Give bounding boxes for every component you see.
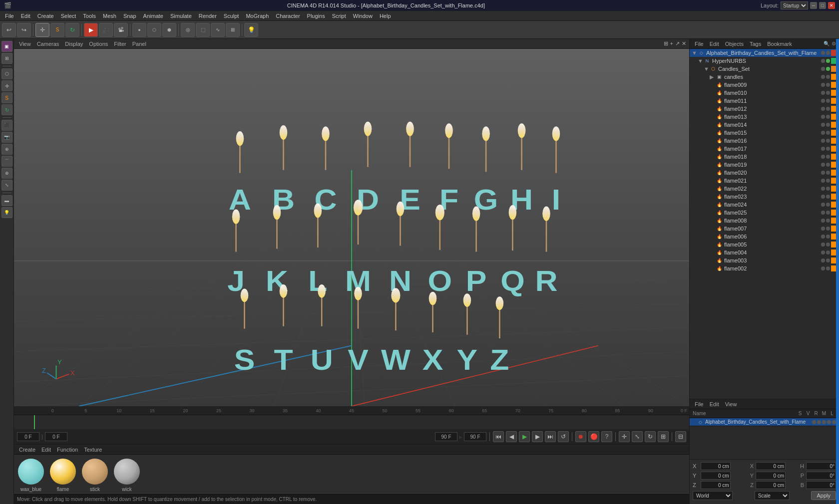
apply-button[interactable]: Apply bbox=[811, 491, 836, 500]
z2-field[interactable] bbox=[756, 481, 786, 489]
mat-menu-create[interactable]: Create bbox=[17, 447, 37, 453]
auto-key-btn[interactable]: 🔴 bbox=[588, 431, 599, 442]
obj-row-flame004[interactable]: 🔥 flame004 bbox=[690, 249, 839, 256]
menu-edit[interactable]: Edit bbox=[18, 12, 33, 20]
menu-window[interactable]: Window bbox=[350, 12, 376, 20]
rotate-btn[interactable]: ↻ bbox=[1, 104, 12, 115]
x-field[interactable] bbox=[701, 462, 731, 470]
end-frame-field[interactable] bbox=[464, 432, 486, 441]
scale-dropdown[interactable]: Scale bbox=[755, 491, 790, 500]
viewport-close-btn[interactable]: ✕ bbox=[682, 40, 686, 47]
om-gear-icon[interactable]: ⚙ bbox=[832, 41, 836, 46]
play-btn[interactable]: ▶ bbox=[519, 431, 530, 442]
null-btn[interactable]: ⊕ bbox=[1, 144, 12, 155]
obj-row-candles[interactable]: ▶ ▣ candles bbox=[690, 73, 839, 81]
render-button[interactable]: 📽 bbox=[114, 23, 128, 37]
viewport-nav-display[interactable]: Display bbox=[63, 41, 85, 47]
material-wax-blue[interactable]: wax_blue bbox=[18, 459, 44, 492]
y2-field[interactable] bbox=[756, 472, 786, 480]
expand-icon-candles-set[interactable]: ▼ bbox=[704, 66, 710, 72]
go-end-btn[interactable]: ⏭ bbox=[545, 431, 556, 442]
world-dropdown[interactable]: World Object Local bbox=[693, 491, 733, 500]
obj-row-flame024[interactable]: 🔥 flame024 bbox=[690, 201, 839, 209]
cam-btn[interactable]: 📷 bbox=[1, 132, 12, 143]
scale-tool-button[interactable]: S bbox=[50, 23, 64, 37]
x2-field[interactable] bbox=[756, 462, 786, 470]
z-field[interactable] bbox=[701, 481, 731, 489]
key-help-btn[interactable]: ? bbox=[601, 431, 612, 442]
menu-mesh[interactable]: Mesh bbox=[100, 12, 119, 20]
viewport-expand-btn[interactable]: + bbox=[670, 40, 673, 47]
expand-icon-candles[interactable]: ▶ bbox=[710, 74, 716, 80]
obj-row-flame016[interactable]: 🔥 flame016 bbox=[690, 137, 839, 145]
menu-file[interactable]: File bbox=[2, 12, 17, 20]
frame-field-2[interactable] bbox=[45, 432, 67, 441]
timeline-layout-btn[interactable]: ⊟ bbox=[675, 431, 686, 442]
menu-animate[interactable]: Animate bbox=[140, 12, 166, 20]
obj-row-root[interactable]: ▼ ◇ Alphabet_Birthday_Candles_Set_with_F… bbox=[690, 49, 839, 57]
spline-btn[interactable]: ⌒ bbox=[1, 156, 12, 167]
menu-plugins[interactable]: Plugins bbox=[304, 12, 328, 20]
om-menu-edit[interactable]: Edit bbox=[708, 41, 721, 47]
mat-menu-function[interactable]: Function bbox=[55, 447, 80, 453]
loop-btn[interactable]: ↺ bbox=[558, 431, 569, 442]
material-flame[interactable]: flame bbox=[50, 459, 76, 492]
obj-row-flame020[interactable]: 🔥 flame020 bbox=[690, 169, 839, 177]
menu-character[interactable]: Character bbox=[273, 12, 303, 20]
obj-row-flame014[interactable]: 🔥 flame014 bbox=[690, 121, 839, 129]
obj-row-flame002[interactable]: 🔥 flame002 bbox=[690, 264, 839, 272]
tex-mode-btn[interactable]: ⊞ bbox=[1, 53, 12, 64]
light-button[interactable]: 💡 bbox=[244, 23, 258, 37]
menu-create[interactable]: Create bbox=[34, 12, 57, 20]
obj-row-flame009[interactable]: 🔥 flame009 bbox=[690, 81, 839, 89]
obj-row-hypernurbs[interactable]: ▼ N HyperNURBS bbox=[690, 57, 839, 65]
current-frame-field[interactable] bbox=[17, 432, 39, 441]
obj-row-flame007[interactable]: 🔥 flame007 bbox=[690, 225, 839, 233]
om-menu-objects[interactable]: Objects bbox=[723, 41, 746, 47]
start-frame-field[interactable] bbox=[435, 432, 457, 441]
maximize-button[interactable]: □ bbox=[819, 2, 826, 9]
obj-row-flame017[interactable]: 🔥 flame017 bbox=[690, 145, 839, 153]
am-menu-file[interactable]: File bbox=[693, 401, 706, 407]
h-field[interactable] bbox=[806, 462, 836, 470]
menu-snap[interactable]: Snap bbox=[120, 12, 139, 20]
scale-tc-btn[interactable]: ⤡ bbox=[632, 431, 643, 442]
points-mode[interactable]: ● bbox=[132, 23, 146, 37]
record-btn[interactable]: ⏺ bbox=[575, 431, 586, 442]
om-menu-tags[interactable]: Tags bbox=[748, 41, 763, 47]
obj-row-flame005[interactable]: 🔥 flame005 bbox=[690, 241, 839, 249]
material-stick[interactable]: stick bbox=[82, 459, 108, 492]
viewport-maximize-btn[interactable]: ⊞ bbox=[664, 40, 668, 47]
obj-row-flame010[interactable]: 🔥 flame010 bbox=[690, 89, 839, 97]
obj-row-candles-set[interactable]: ▼ ⬡ Candles_Set bbox=[690, 65, 839, 73]
mat-menu-edit[interactable]: Edit bbox=[39, 447, 53, 453]
move-tc-btn[interactable]: ✛ bbox=[619, 431, 630, 442]
gen-btn[interactable]: ⊗ bbox=[1, 168, 12, 179]
viewport-nav-cameras[interactable]: Cameras bbox=[35, 41, 61, 47]
menu-tools[interactable]: Tools bbox=[80, 12, 99, 20]
y-field[interactable] bbox=[701, 472, 731, 480]
move-btn[interactable]: ✛ bbox=[1, 80, 12, 91]
rect-sel-button[interactable]: ⬚ bbox=[196, 23, 210, 37]
obj-row-flame012[interactable]: 🔥 flame012 bbox=[690, 105, 839, 113]
obj-row-flame015[interactable]: 🔥 flame015 bbox=[690, 129, 839, 137]
expand-icon-nurbs[interactable]: ▼ bbox=[698, 58, 704, 64]
obj-row-flame003[interactable]: 🔥 flame003 bbox=[690, 256, 839, 264]
go-start-btn[interactable]: ⏮ bbox=[493, 431, 504, 442]
move-tool-button[interactable]: ✛ bbox=[35, 23, 49, 37]
all-tc-btn[interactable]: ⊞ bbox=[658, 431, 669, 442]
menu-mograph[interactable]: MoGraph bbox=[243, 12, 272, 20]
close-button[interactable]: ✕ bbox=[828, 2, 835, 9]
obj-row-flame023[interactable]: 🔥 flame023 bbox=[690, 193, 839, 201]
deform-btn[interactable]: ⤡ bbox=[1, 180, 12, 191]
am-menu-view[interactable]: View bbox=[723, 401, 739, 407]
rot-tc-btn[interactable]: ↻ bbox=[645, 431, 656, 442]
obj-row-flame013[interactable]: 🔥 flame013 bbox=[690, 113, 839, 121]
floor-btn[interactable]: ▬ bbox=[1, 195, 12, 206]
viewport-canvas[interactable]: Perspective bbox=[14, 49, 689, 406]
viewport-nav-panel[interactable]: Panel bbox=[130, 41, 148, 47]
obj-row-flame019[interactable]: 🔥 flame019 bbox=[690, 161, 839, 169]
obj-row-flame022[interactable]: 🔥 flame022 bbox=[690, 185, 839, 193]
layout-dropdown[interactable]: Startup bbox=[781, 1, 808, 9]
edges-mode[interactable]: ⬡ bbox=[147, 23, 161, 37]
